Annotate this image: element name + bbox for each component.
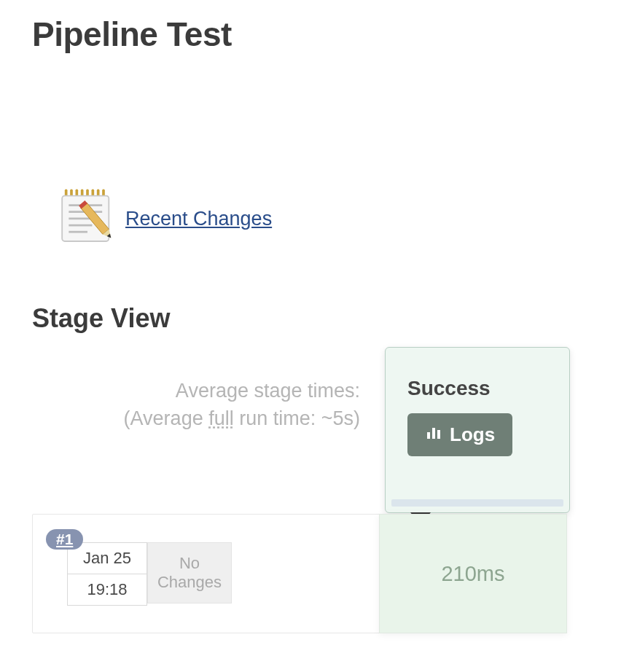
notepad-icon [55,185,120,252]
logs-button[interactable]: Logs [407,413,512,456]
status-label: Success [407,377,552,400]
page-title: Pipeline Test [32,15,621,54]
recent-changes-link[interactable]: Recent Changes [125,208,272,230]
stage-cell-hello[interactable]: 210ms [379,514,567,633]
logs-button-label: Logs [450,423,495,446]
stage-view-heading: Stage View [32,303,621,334]
bar-chart-icon [425,423,442,446]
svg-rect-20 [437,430,440,439]
avg-full-run-time-line: (Average full run time: ~5s) [32,405,360,433]
svg-rect-19 [432,428,435,439]
average-stage-times: Average stage times: (Average full run t… [32,378,360,433]
popup-progress-strip [391,499,563,507]
avg-stage-times-line: Average stage times: [32,378,360,405]
run-date-card: Jan 25 19:18 [67,542,147,606]
avg-suffix: run time: ~5s) [234,407,360,429]
stage-status-popup: Success Logs [385,347,570,513]
recent-changes-block: Recent Changes [55,185,621,252]
run-date: Jan 25 [68,543,147,574]
run-time: 19:18 [68,574,147,605]
run-number-badge[interactable]: #1 [46,529,83,550]
run-changes-card[interactable]: No Changes [147,542,232,603]
avg-prefix: (Average [124,407,209,429]
svg-rect-18 [427,432,430,439]
avg-full-word: full [208,407,234,429]
